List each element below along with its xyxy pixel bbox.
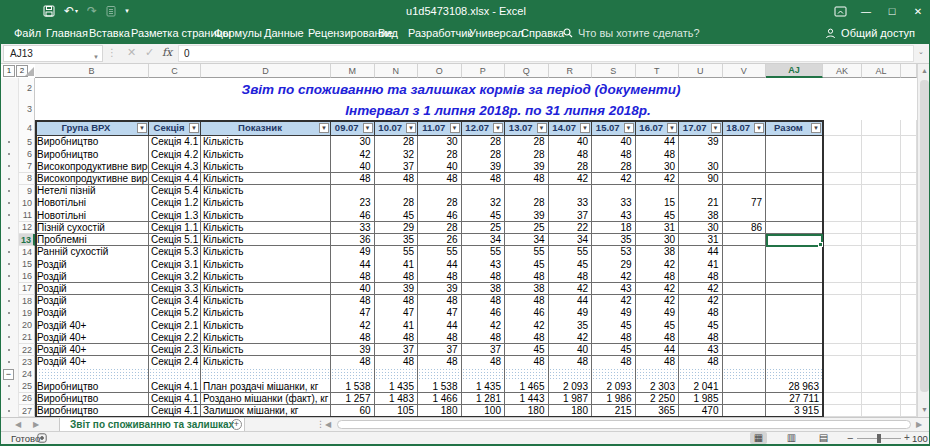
cell-value-N7[interactable]: 37	[375, 160, 419, 173]
cell-section-C7[interactable]: Секція 4.3	[149, 160, 201, 173]
cell-group-B15[interactable]: Роздій	[35, 258, 149, 271]
filter-button[interactable]: ▼	[319, 123, 329, 133]
cell-value-AJ18[interactable]	[766, 295, 823, 308]
column-header-Q[interactable]: Q	[505, 64, 549, 78]
cell-indicator-D21[interactable]: Кількість	[201, 331, 331, 344]
cell-value-S21[interactable]: 48	[592, 331, 636, 344]
empty-cell[interactable]	[823, 356, 862, 369]
row-header-22[interactable]: 22	[19, 344, 35, 357]
cell-value-U15[interactable]: 41	[679, 258, 723, 271]
cell-value-P6[interactable]: 28	[462, 148, 506, 161]
cell-value-M15[interactable]: 44	[331, 258, 375, 271]
cell-value-O20[interactable]: 44	[418, 319, 462, 332]
cell-value-U10[interactable]: 21	[679, 197, 723, 210]
cell-value-AJ22[interactable]	[766, 344, 823, 357]
row-header-6[interactable]: 6	[19, 148, 35, 161]
cell-group-B18[interactable]: Роздій	[35, 295, 149, 308]
cell-value-U20[interactable]: 45	[679, 319, 723, 332]
empty-cell[interactable]	[901, 331, 917, 344]
sheet-nav-left-icon[interactable]: ◀	[15, 418, 21, 431]
blank-group-row-cell[interactable]	[592, 368, 636, 381]
cell-value-AJ6[interactable]	[766, 148, 823, 161]
row-header-12[interactable]: 12	[19, 222, 35, 235]
cell-value-V8[interactable]	[723, 173, 767, 186]
cell-value-P11[interactable]: 45	[462, 209, 506, 222]
cell-indicator-D17[interactable]: Кількість	[201, 283, 331, 296]
cell-value-Q14[interactable]: 55	[505, 246, 549, 259]
empty-cell[interactable]	[823, 258, 862, 271]
cell-value-P12[interactable]: 25	[462, 222, 506, 235]
cell-value-V7[interactable]	[723, 160, 767, 173]
row-header-3[interactable]: 3	[19, 99, 35, 121]
cell-value-T23[interactable]: 48	[636, 356, 680, 369]
cell-value-V22[interactable]	[723, 344, 767, 357]
new-sheet-button[interactable]: +	[231, 419, 242, 430]
vertical-scrollbar[interactable]: ▲ ▼	[917, 64, 930, 417]
cell-value-S17[interactable]: 43	[592, 283, 636, 296]
cell-value-N23[interactable]: 48	[375, 356, 419, 369]
column-header-U[interactable]: U	[679, 64, 723, 78]
cell-value-U23[interactable]: 48	[679, 356, 723, 369]
blank-group-row-cell[interactable]	[723, 368, 767, 381]
cell-value-N9[interactable]	[375, 185, 419, 198]
cell-value-T19[interactable]: 49	[636, 307, 680, 320]
cell-value-Q26[interactable]: 1 443	[505, 393, 549, 406]
cell-value-S13[interactable]: 35	[592, 234, 636, 247]
empty-cell[interactable]	[823, 270, 862, 283]
cell-value-T26[interactable]: 2 250	[636, 393, 680, 406]
cell-value-O27[interactable]: 180	[418, 405, 462, 417]
cell-value-S6[interactable]: 48	[592, 148, 636, 161]
cell-value-T7[interactable]: 30	[636, 160, 680, 173]
empty-cell[interactable]	[862, 380, 901, 393]
empty-cell[interactable]	[823, 234, 862, 247]
cell-section-C13[interactable]: Секція 5.1	[149, 234, 201, 247]
cell-value-U21[interactable]: 48	[679, 331, 723, 344]
cell-value-V11[interactable]	[723, 209, 767, 222]
zoom-out-button[interactable]: −	[847, 432, 853, 444]
cell-value-N26[interactable]: 1 483	[375, 393, 419, 406]
cell-value-P8[interactable]: 48	[462, 173, 506, 186]
cell-value-AJ12[interactable]	[766, 222, 823, 235]
cell-value-T15[interactable]: 42	[636, 258, 680, 271]
formula-input[interactable]: 0	[178, 45, 914, 62]
cell-value-P25[interactable]: 1 435	[462, 380, 506, 393]
column-header-T[interactable]: T	[636, 64, 680, 78]
cell-value-O14[interactable]: 55	[418, 246, 462, 259]
empty-cell[interactable]	[901, 270, 917, 283]
cell-value-P23[interactable]: 48	[462, 356, 506, 369]
column-header-AK[interactable]: AK	[823, 64, 862, 78]
cell-value-R18[interactable]: 44	[549, 295, 593, 308]
cell-value-U8[interactable]: 90	[679, 173, 723, 186]
cell-value-U14[interactable]: 44	[679, 246, 723, 259]
empty-cell[interactable]	[823, 209, 862, 222]
scroll-up-icon[interactable]: ▲	[918, 64, 930, 78]
confirm-entry-icon[interactable]: ✓	[145, 46, 154, 59]
blank-group-row-cell[interactable]	[462, 368, 506, 381]
blank-group-row-cell[interactable]	[149, 368, 201, 381]
tab-view[interactable]: Вид	[378, 22, 398, 44]
share-button[interactable]: Общий доступ	[825, 22, 915, 44]
cell-section-C8[interactable]: Секція 4.4	[149, 173, 201, 186]
cell-section-C19[interactable]: Секція 5.2	[149, 307, 201, 320]
cell-value-AJ10[interactable]	[766, 197, 823, 210]
empty-cell[interactable]	[862, 283, 901, 296]
cell-value-P21[interactable]: 48	[462, 331, 506, 344]
empty-cell[interactable]	[862, 307, 901, 320]
empty-cell[interactable]	[862, 120, 901, 136]
cell-value-M25[interactable]: 1 538	[331, 380, 375, 393]
column-header-M[interactable]: M	[331, 64, 375, 78]
cell-value-S22[interactable]: 45	[592, 344, 636, 357]
cell-value-U13[interactable]: 31	[679, 234, 723, 247]
blank-group-row-cell[interactable]	[636, 368, 680, 381]
filter-button[interactable]: ▼	[754, 123, 764, 133]
cell-value-V26[interactable]	[723, 393, 767, 406]
cell-value-V19[interactable]	[723, 307, 767, 320]
cell-value-S27[interactable]: 215	[592, 405, 636, 417]
cell-section-C12[interactable]: Секція 1.1	[149, 222, 201, 235]
cell-value-P16[interactable]: 48	[462, 270, 506, 283]
cell-value-M17[interactable]: 40	[331, 283, 375, 296]
empty-cell[interactable]	[901, 380, 917, 393]
cell-value-N10[interactable]: 28	[375, 197, 419, 210]
empty-cell[interactable]	[823, 160, 862, 173]
cell-value-O10[interactable]: 28	[418, 197, 462, 210]
